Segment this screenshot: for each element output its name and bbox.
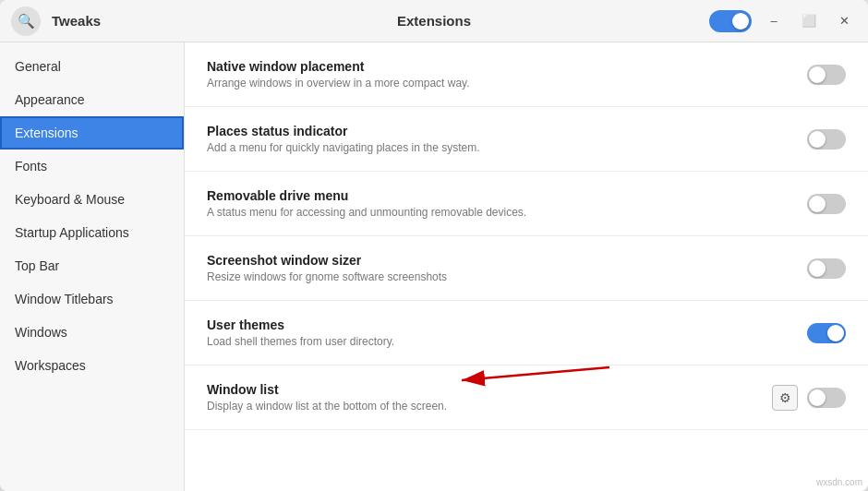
extension-controls-removable-drive-menu	[807, 194, 846, 214]
title-bar-controls: – ⬜ ✕	[709, 8, 857, 34]
extension-info-removable-drive-menu: Removable drive menuA status menu for ac…	[207, 188, 792, 219]
sidebar-item-keyboard-mouse[interactable]: Keyboard & Mouse	[0, 183, 184, 216]
toggle-knob-removable-drive-menu	[809, 196, 826, 212]
extension-desc-user-themes: Load shell themes from user directory.	[207, 335, 792, 348]
extension-desc-screenshot-window-sizer: Resize windows for gnome software screen…	[207, 270, 792, 283]
extension-row-user-themes: User themesLoad shell themes from user d…	[185, 301, 868, 365]
extension-info-native-window-placement: Native window placementArrange windows i…	[207, 59, 792, 90]
main-toggle[interactable]	[709, 10, 752, 32]
title-bar-left: 🔍 Tweaks	[11, 6, 101, 36]
extension-row-window-list: Window listDisplay a window list at the …	[185, 365, 868, 430]
sidebar-item-workspaces[interactable]: Workspaces	[0, 349, 184, 382]
watermark: wxsdn.com	[816, 477, 862, 487]
extension-title-removable-drive-menu: Removable drive menu	[207, 188, 792, 203]
extension-info-screenshot-window-sizer: Screenshot window sizerResize windows fo…	[207, 253, 792, 283]
sidebar-item-extensions[interactable]: Extensions	[0, 116, 184, 150]
app-title: Tweaks	[52, 13, 101, 29]
sidebar-item-startup-applications[interactable]: Startup Applications	[0, 216, 184, 249]
sidebar-item-window-titlebars[interactable]: Window Titlebars	[0, 282, 184, 316]
toggle-knob-user-themes	[827, 325, 844, 341]
toggle-knob-window-list	[809, 389, 826, 406]
extension-info-places-status-indicator: Places status indicatorAdd a menu for qu…	[207, 124, 792, 154]
extension-controls-screenshot-window-sizer	[807, 258, 846, 279]
maximize-button[interactable]: ⬜	[796, 8, 822, 34]
toggle-window-list[interactable]	[807, 388, 846, 408]
extension-row-removable-drive-menu: Removable drive menuA status menu for ac…	[185, 172, 868, 236]
page-title: Extensions	[397, 13, 471, 29]
sidebar-item-general[interactable]: General	[0, 50, 184, 83]
extension-controls-places-status-indicator	[807, 129, 846, 150]
content-area: Native window placementArrange windows i…	[185, 42, 868, 491]
extension-title-screenshot-window-sizer: Screenshot window sizer	[207, 253, 792, 268]
extension-controls-user-themes	[807, 323, 846, 343]
extension-row-native-window-placement: Native window placementArrange windows i…	[185, 42, 868, 107]
extension-info-window-list: Window listDisplay a window list at the …	[207, 382, 757, 413]
extension-title-window-list: Window list	[207, 382, 757, 397]
extension-controls-window-list: ⚙	[772, 385, 846, 411]
extension-desc-native-window-placement: Arrange windows in overview in a more co…	[207, 77, 792, 90]
extension-title-native-window-placement: Native window placement	[207, 59, 792, 74]
close-button[interactable]: ✕	[831, 8, 857, 34]
toggle-places-status-indicator[interactable]	[807, 129, 846, 150]
toggle-user-themes[interactable]	[807, 323, 846, 343]
extension-desc-removable-drive-menu: A status menu for accessing and unmounti…	[207, 206, 792, 219]
toggle-removable-drive-menu[interactable]	[807, 194, 846, 214]
sidebar-item-top-bar[interactable]: Top Bar	[0, 249, 184, 282]
extension-row-screenshot-window-sizer: Screenshot window sizerResize windows fo…	[185, 236, 868, 301]
toggle-native-window-placement[interactable]	[807, 65, 846, 85]
toggle-knob-places-status-indicator	[809, 131, 826, 148]
minimize-button[interactable]: –	[761, 8, 787, 34]
sidebar-item-windows[interactable]: Windows	[0, 316, 184, 349]
sidebar-item-fonts[interactable]: Fonts	[0, 150, 184, 183]
extension-info-user-themes: User themesLoad shell themes from user d…	[207, 317, 792, 348]
toggle-knob-native-window-placement	[809, 66, 826, 83]
main-content: GeneralAppearanceExtensionsFontsKeyboard…	[0, 42, 868, 491]
extension-title-user-themes: User themes	[207, 317, 792, 332]
extension-desc-window-list: Display a window list at the bottom of t…	[207, 400, 757, 413]
extension-row-places-status-indicator: Places status indicatorAdd a menu for qu…	[185, 107, 868, 172]
app-window: 🔍 Tweaks Extensions – ⬜ ✕ GeneralAppeara…	[0, 0, 868, 491]
extension-desc-places-status-indicator: Add a menu for quickly navigating places…	[207, 141, 792, 154]
gear-button-window-list[interactable]: ⚙	[772, 385, 798, 411]
sidebar-item-appearance[interactable]: Appearance	[0, 83, 184, 116]
extension-controls-native-window-placement	[807, 65, 846, 85]
sidebar: GeneralAppearanceExtensionsFontsKeyboard…	[0, 42, 185, 491]
toggle-screenshot-window-sizer[interactable]	[807, 258, 846, 279]
toggle-knob	[732, 13, 749, 30]
search-button[interactable]: 🔍	[11, 6, 41, 36]
toggle-knob-screenshot-window-sizer	[809, 260, 826, 277]
title-bar: 🔍 Tweaks Extensions – ⬜ ✕	[0, 0, 868, 42]
extension-title-places-status-indicator: Places status indicator	[207, 124, 792, 138]
